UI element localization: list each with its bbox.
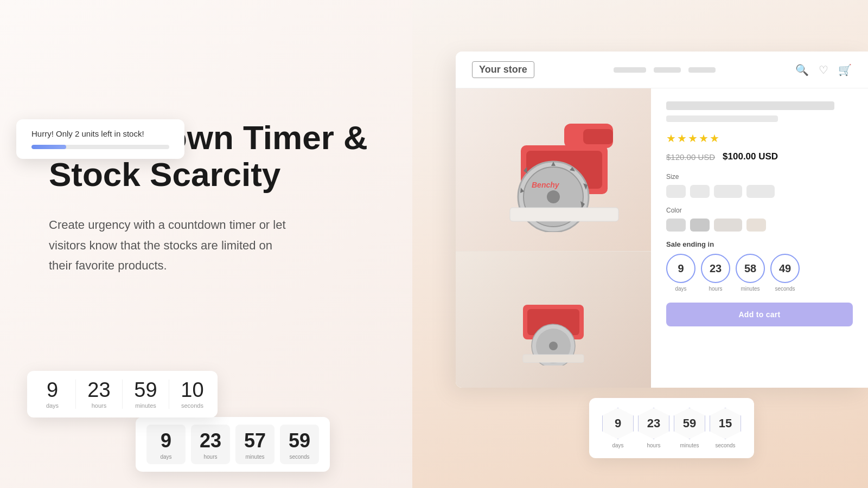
circle-minutes-value: 58 [736, 254, 765, 283]
circle-seconds-label: seconds [775, 286, 795, 292]
circle-seconds: 49 seconds [770, 254, 800, 292]
countdown-widget-squares: 9 days 23 hours 57 minutes 59 seconds [136, 417, 330, 472]
widget1-days: 9 days [40, 380, 65, 409]
circle-hours: 23 hours [701, 254, 730, 292]
countdown-widget-hex: 9 days 23 hours 59 minutes 15 seconds [589, 398, 754, 458]
widget3-hours-value: 23 [647, 416, 660, 431]
widget2-days: 9 days [146, 425, 186, 464]
scarcity-text: Hurry! Only 2 units left in stock! [31, 129, 169, 138]
price-old: $120.00 USD [666, 152, 715, 162]
widget3-days-value: 9 [615, 416, 621, 431]
widget3-minutes: 59 minutes [674, 408, 705, 448]
widget3-seconds-value: 15 [719, 416, 732, 431]
size-option-4[interactable] [746, 185, 775, 198]
circle-minutes: 58 minutes [736, 254, 765, 292]
widget3-days-label: days [612, 442, 623, 448]
widget1-divider1 [75, 380, 76, 409]
widget1-minutes: 59 minutes [133, 380, 158, 409]
search-icon[interactable]: 🔍 [795, 63, 809, 76]
svg-text:Benchy: Benchy [532, 181, 560, 189]
color-option-4[interactable] [746, 219, 766, 232]
widget3-seconds: 15 seconds [710, 408, 741, 448]
color-option-3[interactable] [714, 219, 742, 232]
widget3-seconds-hex: 15 [710, 408, 741, 439]
page-description: Create urgency with a countdown timer or… [49, 215, 374, 275]
sale-ending-label: Sale ending in [666, 240, 853, 248]
widget1-seconds: 10 seconds [180, 380, 205, 409]
widget2-seconds: 59 seconds [280, 425, 319, 464]
svg-rect-16 [510, 208, 618, 221]
browser-content: Benchy ★★★★★ $120.00 USD $1 [456, 88, 868, 388]
product-image-thumb [456, 251, 651, 388]
svg-point-6 [547, 190, 560, 203]
price-row: $120.00 USD $100.00 USD [666, 151, 853, 162]
scarcity-progress-bg [31, 145, 169, 149]
widget3-hours-label: hours [647, 442, 660, 448]
widget1-days-value: 9 [47, 380, 58, 400]
widget1-seconds-value: 10 [181, 380, 203, 400]
product-image-main: Benchy [456, 88, 651, 251]
widget3-hours: 23 hours [638, 408, 669, 448]
nav-link-3 [688, 67, 716, 73]
widget2-days-value: 9 [161, 431, 171, 451]
countdown-circles: 9 days 23 hours 58 minutes 49 seconds [666, 254, 853, 292]
store-logo: Your store [472, 61, 534, 78]
size-options [666, 185, 853, 198]
browser-mockup: Your store 🔍 ♡ 🛒 [456, 52, 868, 388]
scarcity-progress-fill [31, 145, 66, 149]
widget1-hours-value: 23 [87, 380, 110, 400]
store-name: Your store [479, 64, 527, 75]
widget2-minutes: 57 minutes [235, 425, 275, 464]
product-title-placeholder [666, 101, 834, 110]
nav-link-1 [614, 67, 646, 73]
widget2-days-label: days [160, 454, 171, 460]
widget3-days-hex: 9 [602, 408, 634, 439]
scarcity-overlay: Hurry! Only 2 units left in stock! [16, 119, 184, 159]
widget1-minutes-value: 59 [134, 380, 157, 400]
cart-icon[interactable]: 🛒 [838, 63, 852, 76]
circle-hours-value: 23 [701, 254, 730, 283]
countdown-widget-minimal: 9 days 23 hours 59 minutes 10 seconds [27, 371, 218, 418]
nav-links [614, 67, 716, 73]
widget3-days: 9 days [602, 408, 634, 448]
svg-rect-23 [523, 355, 584, 362]
widget3-minutes-label: minutes [680, 442, 699, 448]
circle-minutes-label: minutes [741, 286, 760, 292]
circle-days-value: 9 [666, 254, 695, 283]
widget3-minutes-value: 59 [683, 416, 696, 431]
nav-link-2 [654, 67, 681, 73]
widget1-seconds-label: seconds [181, 402, 203, 409]
product-images: Benchy [456, 88, 651, 388]
size-option-3[interactable] [714, 185, 742, 198]
color-option-1[interactable] [666, 219, 686, 232]
circular-saw-image: Benchy [477, 107, 629, 232]
widget1-divider2 [122, 380, 123, 409]
size-option-1[interactable] [666, 185, 686, 198]
widget3-minutes-hex: 59 [674, 408, 705, 439]
widget1-hours-label: hours [92, 402, 107, 409]
widget2-seconds-value: 59 [289, 431, 310, 451]
product-detail: ★★★★★ $120.00 USD $100.00 USD Size Color… [651, 88, 868, 388]
product-thumb-image [494, 279, 613, 365]
color-option-2[interactable] [690, 219, 710, 232]
wishlist-icon[interactable]: ♡ [819, 63, 828, 76]
product-stars: ★★★★★ [666, 132, 853, 145]
color-label: Color [666, 207, 853, 214]
widget2-hours-label: hours [203, 454, 217, 460]
product-subtitle-placeholder [666, 115, 778, 122]
widget2-hours-value: 23 [200, 431, 221, 451]
circle-days: 9 days [666, 254, 695, 292]
color-options [666, 219, 853, 232]
circle-seconds-value: 49 [770, 254, 800, 283]
size-option-2[interactable] [690, 185, 710, 198]
svg-point-22 [549, 342, 558, 350]
widget1-days-label: days [46, 402, 59, 409]
widget2-minutes-value: 57 [244, 431, 266, 451]
widget2-seconds-label: seconds [289, 454, 309, 460]
svg-rect-1 [583, 129, 613, 144]
nav-icons: 🔍 ♡ 🛒 [795, 63, 852, 76]
widget3-seconds-label: seconds [715, 442, 735, 448]
add-to-cart-button[interactable]: Add to cart [666, 303, 853, 326]
widget1-divider3 [169, 380, 169, 409]
size-label: Size [666, 173, 853, 181]
